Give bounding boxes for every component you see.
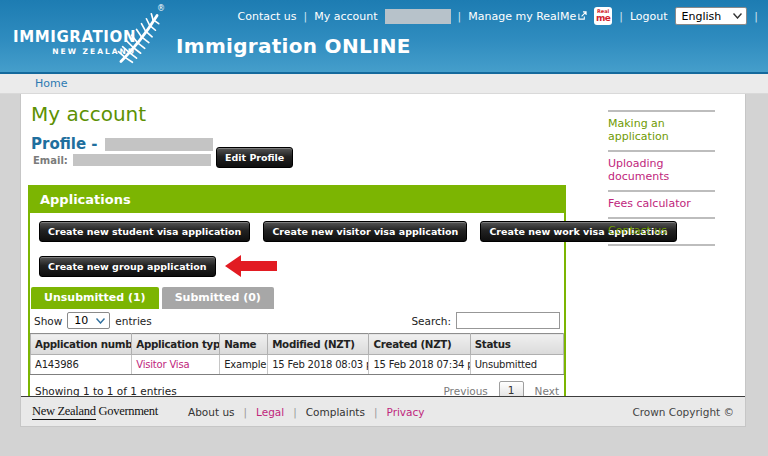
nav-my-account-link[interactable]: My account xyxy=(314,10,377,23)
app-title: Immigration ONLINE xyxy=(176,34,411,58)
page-title: My account xyxy=(31,102,146,126)
breadcrumb: Home xyxy=(0,74,768,94)
column-modified[interactable]: Modified (NZT) xyxy=(268,334,369,355)
sidebar-links: Making an application Uploading document… xyxy=(608,110,715,246)
email-row: Email: xyxy=(33,154,211,166)
previous-page-button[interactable]: Previous xyxy=(443,385,487,397)
external-link-icon xyxy=(578,11,587,20)
applications-panel-title: Applications xyxy=(30,187,564,213)
site-header: IMMIGRATION NEW ZEALAND ® Immigration ON… xyxy=(0,0,768,74)
nav-logout-link[interactable]: Logout xyxy=(630,10,668,23)
page-footer: New Zealand Government About us | Legal … xyxy=(21,396,745,426)
column-application-type[interactable]: Application type xyxy=(132,334,220,355)
content-card: My account Profile - Edit Profile Email:… xyxy=(20,94,746,427)
nav-separator: | xyxy=(304,10,308,23)
trademark-symbol: ® xyxy=(157,4,165,13)
sidebar-link-fees-calculator[interactable]: Fees calculator xyxy=(608,190,715,217)
table-row: A143986 Visitor Visa Example 15 Feb 2018… xyxy=(31,355,564,375)
silver-fern-icon xyxy=(116,4,162,68)
cell-created: 15 Feb 2018 07:34 pm xyxy=(369,355,470,375)
footer-separator: | xyxy=(374,406,378,418)
crown-copyright-text: Crown Copyright © xyxy=(632,406,734,418)
column-name[interactable]: Name xyxy=(220,334,268,355)
create-buttons-row-2: Create new group application xyxy=(39,254,555,278)
redacted-email-value xyxy=(73,154,211,166)
email-label: Email: xyxy=(33,155,68,166)
footer-links: About us | Legal | Complaints | Privacy xyxy=(188,406,425,418)
showing-entries-text: Showing 1 to 1 of 1 entries xyxy=(35,385,177,397)
chevron-down-icon xyxy=(96,318,105,324)
create-visitor-visa-button[interactable]: Create new visitor visa application xyxy=(263,221,467,242)
create-student-visa-button[interactable]: Create new student visa application xyxy=(39,221,250,242)
nav-separator: | xyxy=(754,10,758,23)
chevron-down-icon xyxy=(733,13,742,19)
language-select[interactable]: English xyxy=(675,7,748,25)
footer-about-us-link[interactable]: About us xyxy=(188,406,235,418)
tab-unsubmitted[interactable]: Unsubmitted (1) xyxy=(31,287,159,309)
redacted-account-name xyxy=(385,9,451,24)
column-application-number[interactable]: Application number xyxy=(31,334,132,355)
table-header-row: Application number Application type Name… xyxy=(31,334,564,355)
visitor-visa-link[interactable]: Visitor Visa xyxy=(136,359,189,370)
breadcrumb-home-link[interactable]: Home xyxy=(35,77,67,90)
column-status[interactable]: Status xyxy=(470,334,563,355)
cell-application-number: A143986 xyxy=(31,355,132,375)
applications-tabs: Unsubmitted (1) Submitted (0) xyxy=(30,287,564,309)
redacted-profile-name xyxy=(105,138,213,151)
sidebar-link-contact-us[interactable]: Contact us xyxy=(608,217,715,246)
profile-row: Profile - xyxy=(31,135,213,153)
column-created[interactable]: Created (NZT) xyxy=(369,334,470,355)
nav-contact-us-link[interactable]: Contact us xyxy=(238,10,297,23)
red-arrow-annotation-icon xyxy=(225,254,277,278)
sidebar-link-uploading-documents[interactable]: Uploading documents xyxy=(608,150,715,190)
sidebar-link-making-an-application[interactable]: Making an application xyxy=(608,110,715,150)
entries-label: entries xyxy=(115,315,151,327)
edit-profile-button[interactable]: Edit Profile xyxy=(216,147,293,168)
applications-panel: Applications Create new student visa app… xyxy=(28,185,566,409)
create-buttons-row-1: Create new student visa application Crea… xyxy=(39,221,555,242)
show-label: Show xyxy=(34,315,62,327)
nav-manage-realme-link[interactable]: Manage my RealMe xyxy=(468,10,587,23)
tab-submitted[interactable]: Submitted (0) xyxy=(162,287,274,309)
footer-privacy-link[interactable]: Privacy xyxy=(386,406,424,418)
nz-government-logo: New Zealand Government xyxy=(32,404,158,419)
page-size-control: Show 10 entries xyxy=(34,312,152,329)
top-nav: Contact us | My account | Manage my Real… xyxy=(238,7,759,25)
applications-table: Application number Application type Name… xyxy=(30,333,564,375)
cell-status: Unsubmitted xyxy=(470,355,563,375)
search-label: Search: xyxy=(411,315,451,327)
footer-complaints-link[interactable]: Complaints xyxy=(306,406,365,418)
page-size-select[interactable]: 10 xyxy=(67,312,110,329)
search-input[interactable] xyxy=(456,312,560,329)
create-buttons-area: Create new student visa application Crea… xyxy=(30,213,564,278)
nav-separator: | xyxy=(458,10,462,23)
footer-separator: | xyxy=(244,406,248,418)
cell-modified: 15 Feb 2018 08:03 pm xyxy=(268,355,369,375)
nav-separator: | xyxy=(619,10,623,23)
next-page-button[interactable]: Next xyxy=(535,385,559,397)
create-group-application-button[interactable]: Create new group application xyxy=(39,256,216,277)
footer-legal-link[interactable]: Legal xyxy=(256,406,284,418)
cell-name: Example xyxy=(220,355,268,375)
table-controls: Show 10 entries Search: xyxy=(30,309,564,333)
language-selected-value: English xyxy=(682,10,722,23)
footer-separator: | xyxy=(293,406,297,418)
cell-application-type: Visitor Visa xyxy=(132,355,220,375)
profile-label: Profile - xyxy=(31,135,98,153)
page-size-value: 10 xyxy=(74,314,88,327)
search-control: Search: xyxy=(411,312,560,329)
realme-icon[interactable]: Real me xyxy=(594,7,612,25)
